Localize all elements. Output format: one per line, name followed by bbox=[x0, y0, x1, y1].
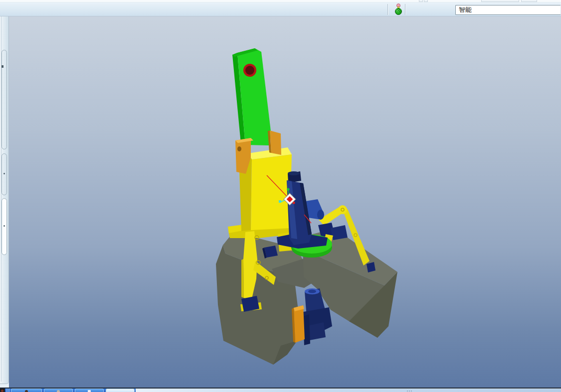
taskbar-button-4[interactable] bbox=[106, 389, 135, 392]
taskbar-divider bbox=[6, 389, 7, 392]
sash-handle-top[interactable] bbox=[1, 50, 7, 149]
app-window: { "toolbar": { "filter_value": "智能", "ic… bbox=[0, 0, 561, 392]
clamshell-bucket-left[interactable] bbox=[216, 232, 304, 365]
graphics-viewport[interactable] bbox=[9, 16, 561, 388]
sash-handle-dot bbox=[3, 225, 5, 227]
clevis-bracket-right[interactable] bbox=[268, 131, 281, 155]
taskbar-button-1[interactable] bbox=[11, 389, 42, 392]
start-icon bbox=[1, 390, 3, 392]
traffic-light-icon[interactable] bbox=[394, 3, 402, 16]
toolbar-grip-stub bbox=[424, 0, 428, 2]
app-icon bbox=[25, 390, 28, 392]
toolbar-button-stub bbox=[481, 0, 519, 2]
app-icon bbox=[88, 390, 91, 392]
toolbar-separator bbox=[405, 4, 405, 15]
assembly-model[interactable] bbox=[9, 16, 561, 388]
top-toolbar bbox=[0, 2, 561, 16]
taskbar-divider bbox=[8, 389, 9, 392]
taskbar-tray-strip[interactable] bbox=[136, 389, 561, 392]
drag-axis-cyan-dot bbox=[279, 200, 281, 203]
grip-dot bbox=[409, 391, 410, 392]
taskbar-button-3[interactable] bbox=[75, 389, 104, 392]
app-icon bbox=[57, 390, 60, 392]
sash-handle-middle[interactable] bbox=[1, 153, 7, 195]
grip-dot bbox=[411, 391, 412, 392]
toolbar-button-stub bbox=[521, 0, 537, 2]
sash-handle-dot bbox=[3, 173, 5, 174]
traffic-light-green-ball bbox=[395, 8, 402, 15]
taskbar-button-2[interactable] bbox=[44, 389, 73, 392]
start-button[interactable] bbox=[0, 389, 5, 392]
upper-link-arm[interactable] bbox=[232, 48, 271, 145]
windows-taskbar bbox=[0, 389, 561, 392]
grip-dot bbox=[407, 391, 408, 392]
toolbar-separator bbox=[387, 4, 388, 15]
selection-filter-input[interactable] bbox=[455, 5, 561, 15]
sash-collapse-tick bbox=[1, 65, 3, 68]
navigator-sash bbox=[0, 16, 9, 384]
toolbar-grip-stub bbox=[419, 0, 423, 2]
lower-orange-bracket[interactable] bbox=[292, 305, 305, 343]
sash-handle-bottom[interactable] bbox=[1, 198, 7, 255]
drag-axis-green-dot bbox=[287, 188, 289, 190]
